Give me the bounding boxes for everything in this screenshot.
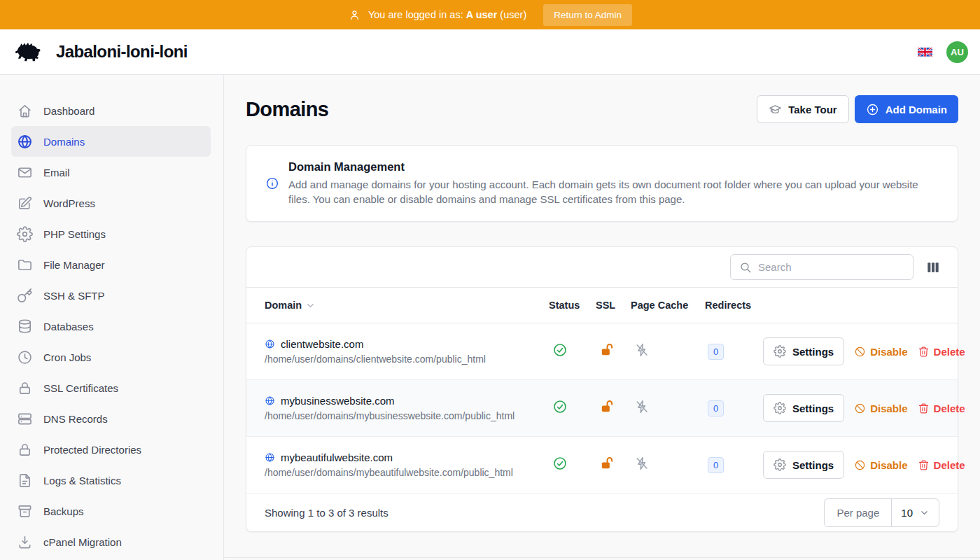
sidebar-item-ssl-certificates[interactable]: SSL Certificates [11, 372, 211, 403]
domain-name[interactable]: mybeautifulwebsite.com [281, 451, 393, 463]
gear-icon [774, 458, 786, 471]
sidebar-item-ssh-sftp[interactable]: SSH & SFTP [11, 280, 211, 311]
page-cache-off-icon [631, 456, 705, 474]
globe-icon [265, 339, 275, 349]
chevron-down-icon[interactable] [305, 300, 316, 311]
column-header-ssl: SSL [596, 300, 631, 311]
bottom-divider [224, 557, 980, 558]
add-domain-button[interactable]: Add Domain [855, 95, 958, 123]
settings-button[interactable]: Settings [763, 337, 844, 365]
sidebar-item-dashboard[interactable]: Dashboard [11, 95, 211, 126]
return-to-admin-button[interactable]: Return to Admin [543, 4, 632, 26]
sidebar-item-databases[interactable]: Databases [11, 311, 211, 342]
table-row: clientwebsite.com /home/user/domains/cli… [246, 323, 958, 380]
sidebar-item-logs-statistics[interactable]: Logs & Statistics [11, 465, 211, 496]
home-icon [17, 103, 33, 119]
table-header-row: Domain Status SSL Page Cache Redirects [246, 287, 958, 323]
table-toolbar [246, 247, 958, 287]
sidebar-item-wordpress[interactable]: WordPress [11, 188, 211, 218]
ban-icon [854, 402, 866, 414]
language-flag-icon[interactable] [918, 47, 932, 57]
sidebar-item-protected-directories[interactable]: Protected Directories [11, 434, 211, 465]
brand[interactable]: Jabaloni-loni-loni [12, 39, 188, 64]
column-header-page-cache: Page Cache [631, 300, 705, 311]
user-avatar[interactable]: AU [946, 41, 968, 63]
ban-icon [854, 346, 866, 358]
search-icon [739, 261, 752, 274]
boar-logo-icon [12, 39, 47, 64]
sidebar-item-cron-jobs[interactable]: Cron Jobs [11, 342, 211, 372]
disable-link[interactable]: Disable [854, 459, 907, 471]
delete-link[interactable]: Delete [918, 459, 965, 471]
globe-icon [265, 396, 275, 406]
status-enabled-icon [549, 399, 596, 417]
sidebar-item-file-manager[interactable]: File Manager [11, 249, 211, 280]
status-enabled-icon [549, 456, 596, 474]
sidebar-item-backups[interactable]: Backups [11, 496, 211, 526]
domain-cell: mybeautifulwebsite.com /home/user/domain… [265, 451, 549, 478]
page-cache-off-icon [631, 399, 705, 417]
download-icon [17, 534, 33, 550]
chevron-down-icon [919, 507, 930, 518]
delete-link[interactable]: Delete [918, 346, 965, 358]
take-tour-button[interactable]: Take Tour [757, 95, 848, 123]
search-box [730, 254, 913, 280]
folder-icon [17, 257, 33, 273]
domain-name[interactable]: clientwebsite.com [281, 338, 363, 350]
table-row: mybusinesswebsite.com /home/user/domains… [246, 380, 958, 437]
gear-icon [774, 402, 786, 414]
edit-icon [17, 195, 33, 211]
per-page-label: Per page [825, 499, 892, 526]
column-visibility-button[interactable] [925, 260, 941, 275]
search-input[interactable] [758, 261, 904, 273]
info-icon [265, 176, 279, 190]
trash-icon [918, 459, 930, 471]
settings-button[interactable]: Settings [763, 451, 844, 479]
redirects-cell: 0 [705, 400, 763, 416]
sidebar-item-cpanel-migration[interactable]: cPanel Migration [11, 526, 211, 557]
redirects-count-badge: 0 [708, 400, 724, 416]
status-enabled-icon [549, 342, 596, 360]
settings-button[interactable]: Settings [763, 394, 844, 422]
graduation-cap-icon [769, 103, 782, 116]
user-icon [348, 8, 361, 22]
banner-message: You are logged in as: A user (user) [368, 9, 526, 20]
redirects-count-badge: 0 [708, 457, 724, 473]
page-cache-off-icon [631, 342, 705, 360]
domain-path: /home/user/domains/mybeautifulwebsite.co… [265, 467, 549, 478]
info-card-title: Domain Management [288, 160, 936, 174]
per-page-select[interactable]: 10 [892, 499, 939, 526]
delete-link[interactable]: Delete [918, 402, 965, 414]
domain-name[interactable]: mybusinesswebsite.com [281, 395, 395, 407]
sidebar-item-email[interactable]: Email [11, 157, 211, 188]
redirects-cell: 0 [705, 457, 763, 473]
globe-icon [17, 134, 33, 150]
actions-cell: Settings Disable Delete [763, 337, 939, 365]
banner-user-name: A user [466, 9, 498, 20]
header-right: AU [918, 41, 968, 63]
database-icon [17, 318, 33, 335]
ssl-unlocked-icon [596, 456, 631, 474]
sidebar-item-domains[interactable]: Domains [11, 126, 211, 157]
trash-icon [918, 402, 930, 414]
column-header-redirects: Redirects [705, 300, 763, 311]
impersonation-banner: You are logged in as: A user (user) Retu… [0, 0, 980, 29]
sidebar-item-dns-records[interactable]: DNS Records [11, 403, 211, 434]
info-card-description: Add and manage domains for your hosting … [288, 178, 936, 206]
column-header-status: Status [549, 300, 596, 311]
brand-name: Jabaloni-loni-loni [56, 42, 188, 62]
ssl-unlocked-icon [596, 342, 631, 360]
disable-link[interactable]: Disable [854, 402, 907, 414]
archive-icon [17, 503, 33, 519]
table-row: mybeautifulwebsite.com /home/user/domain… [246, 437, 958, 493]
banner-user-role: (user) [500, 9, 526, 20]
gear-icon [17, 226, 33, 242]
sidebar-item-php-settings[interactable]: PHP Settings [11, 218, 211, 249]
page-title: Domains [246, 98, 328, 121]
domain-cell: mybusinesswebsite.com /home/user/domains… [265, 395, 549, 421]
file-text-icon [17, 472, 33, 489]
disable-link[interactable]: Disable [854, 346, 907, 358]
column-header-domain[interactable]: Domain [265, 300, 549, 311]
redirects-cell: 0 [705, 344, 763, 360]
domains-table-card: Domain Status SSL Page Cache Redirects c… [246, 246, 958, 532]
